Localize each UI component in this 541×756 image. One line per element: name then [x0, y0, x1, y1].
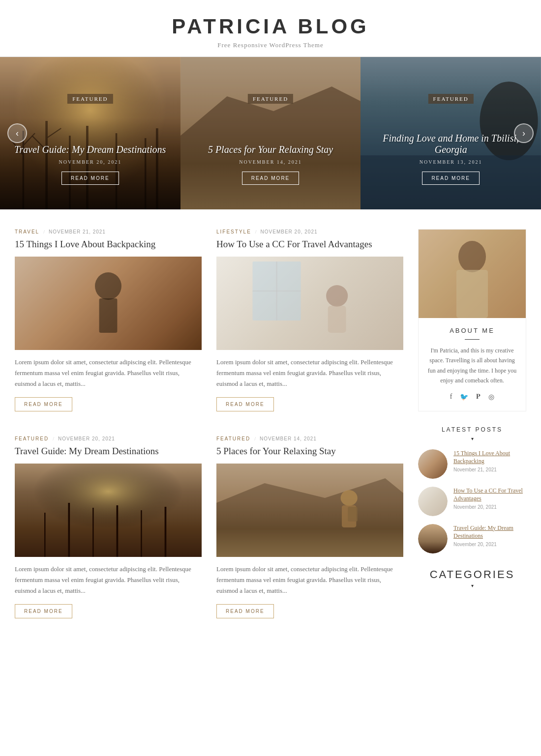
svg-rect-27 — [15, 464, 202, 557]
latest-post-thumb-2 — [418, 487, 448, 516]
latest-post-info-3: Travel Guide: My Dream Destinations Nove… — [453, 524, 526, 548]
post-3-date: NOVEMBER 20, 2021 — [58, 436, 115, 441]
post-3-image — [15, 464, 202, 557]
latest-post-title-2[interactable]: How To Use a CC For Travel Advantages — [453, 487, 526, 503]
about-text: I'm Patricia, and this is my creative sp… — [419, 346, 526, 386]
svg-rect-38 — [348, 507, 358, 522]
about-divider — [465, 339, 480, 340]
svg-point-40 — [458, 241, 486, 272]
categories-arrow: ▾ — [418, 583, 526, 588]
latest-post-title-1[interactable]: 15 Things I Love About Backpacking — [453, 449, 526, 466]
latest-post-date-1: November 21, 2021 — [453, 467, 526, 472]
site-tagline: Free Responsive WordPress Theme — [10, 41, 531, 49]
about-photo — [419, 230, 526, 318]
post-3-meta: FEATURED / NOVEMBER 20, 2021 — [15, 436, 202, 441]
post-1-date: NOVEMBER 21, 2021 — [49, 229, 106, 234]
slider-prev-button[interactable]: ‹ — [7, 123, 27, 143]
post-card-3: FEATURED / NOVEMBER 20, 2021 Travel Guid… — [15, 436, 202, 618]
svg-rect-14 — [180, 57, 361, 209]
pinterest-icon[interactable]: 𝐏 — [476, 393, 481, 401]
post-2-title: How To Use a CC For Travel Advantages — [216, 238, 403, 251]
site-title: PATRICIA BLOG — [10, 15, 531, 38]
svg-rect-20 — [99, 298, 118, 333]
posts-grid: TRAVEL / NOVEMBER 21, 2021 15 Things I L… — [15, 229, 403, 618]
svg-rect-25 — [328, 306, 346, 333]
latest-post-info-1: 15 Things I Love About Backpacking Novem… — [453, 449, 526, 473]
facebook-icon[interactable]: f — [450, 393, 452, 401]
post-4-title: 5 Places for Your Relaxing Stay — [216, 445, 403, 458]
slide-1-date: NOVEMBER 20, 2021 — [0, 159, 180, 165]
latest-post-item-2: How To Use a CC For Travel Advantages No… — [418, 487, 526, 516]
svg-rect-35 — [216, 464, 403, 557]
svg-point-19 — [95, 272, 121, 300]
latest-posts-title: LATEST POSTS — [418, 426, 526, 433]
slide-3-date: NOVEMBER 13, 2021 — [361, 159, 541, 165]
slide-2-badge: FEATURED — [248, 94, 293, 104]
slide-1-title: Travel Guide: My Dream Destinations — [0, 144, 180, 155]
post-2-date: NOVEMBER 20, 2021 — [261, 229, 318, 234]
post-3-title: Travel Guide: My Dream Destinations — [15, 445, 202, 458]
content-area: TRAVEL / NOVEMBER 21, 2021 15 Things I L… — [15, 229, 418, 618]
categories-title: CATEGORIES — [418, 568, 526, 581]
twitter-icon[interactable]: 🐦 — [460, 393, 468, 401]
post-4-read-more[interactable]: READ MORE — [216, 604, 274, 618]
post-1-excerpt: Lorem ipsum dolor sit amet, consectetur … — [15, 357, 202, 389]
featured-slide-1: FEATURED Travel Guide: My Dream Destinat… — [0, 57, 180, 209]
latest-post-info-2: How To Use a CC For Travel Advantages No… — [453, 487, 526, 510]
post-2-read-more[interactable]: READ MORE — [216, 397, 274, 411]
svg-point-24 — [326, 285, 348, 307]
post-2-excerpt: Lorem ipsum dolor sit amet, consectetur … — [216, 357, 403, 389]
post-4-category: FEATURED — [216, 436, 250, 441]
latest-post-date-2: November 20, 2021 — [453, 504, 526, 510]
slide-2-date: NOVEMBER 14, 2021 — [180, 159, 361, 165]
main-container: TRAVEL / NOVEMBER 21, 2021 15 Things I L… — [0, 209, 541, 618]
instagram-icon[interactable]: ◎ — [488, 393, 494, 401]
slide-1-badge: FEATURED — [67, 94, 113, 104]
latest-post-thumb-1 — [418, 449, 448, 479]
latest-post-title-3[interactable]: Travel Guide: My Dream Destinations — [453, 524, 526, 541]
post-3-category: FEATURED — [15, 436, 49, 441]
latest-post-thumb-3 — [418, 524, 448, 553]
post-2-category: LIFESTYLE — [216, 229, 251, 234]
post-4-date: NOVEMBER 14, 2021 — [260, 436, 317, 441]
sidebar-latest-posts: LATEST POSTS ▾ 15 Things I Love About Ba… — [418, 426, 526, 553]
post-card-2: LIFESTYLE / NOVEMBER 20, 2021 How To Use… — [216, 229, 403, 411]
post-1-read-more[interactable]: READ MORE — [15, 397, 72, 411]
latest-posts-arrow: ▾ — [418, 436, 526, 441]
about-social: f 🐦 𝐏 ◎ — [419, 393, 526, 401]
post-1-image — [15, 257, 202, 350]
svg-rect-41 — [456, 270, 488, 318]
post-1-title: 15 Things I Love About Backpacking — [15, 238, 202, 251]
slide-1-read-more[interactable]: READ MORE — [61, 172, 119, 185]
post-card-4: FEATURED / NOVEMBER 14, 2021 5 Places fo… — [216, 436, 403, 618]
slider-next-button[interactable]: › — [514, 123, 534, 143]
post-2-meta: LIFESTYLE / NOVEMBER 20, 2021 — [216, 229, 403, 234]
latest-post-item-3: Travel Guide: My Dream Destinations Nove… — [418, 524, 526, 553]
site-header: PATRICIA BLOG Free Responsive WordPress … — [0, 0, 541, 57]
slide-2-read-more[interactable]: READ MORE — [242, 172, 300, 185]
post-3-read-more[interactable]: READ MORE — [15, 604, 72, 618]
latest-post-item-1: 15 Things I Love About Backpacking Novem… — [418, 449, 526, 479]
post-card-1: TRAVEL / NOVEMBER 21, 2021 15 Things I L… — [15, 229, 202, 411]
post-1-category: TRAVEL — [15, 229, 39, 234]
post-3-excerpt: Lorem ipsum dolor sit amet, consectetur … — [15, 564, 202, 596]
post-4-image — [216, 464, 403, 557]
latest-post-date-3: November 20, 2021 — [453, 542, 526, 547]
about-title: ABOUT ME — [419, 327, 526, 334]
slide-3-read-more[interactable]: READ MORE — [422, 172, 480, 185]
post-4-meta: FEATURED / NOVEMBER 14, 2021 — [216, 436, 403, 441]
featured-slider: ‹ — [0, 57, 541, 209]
sidebar: ABOUT ME I'm Patricia, and this is my cr… — [418, 229, 526, 618]
slide-2-title: 5 Places for Your Relaxing Stay — [180, 144, 361, 155]
slide-3-badge: FEATURED — [428, 94, 474, 104]
post-2-image — [216, 257, 403, 350]
featured-slide-2: FEATURED 5 Places for Your Relaxing Stay… — [180, 57, 361, 209]
svg-point-36 — [341, 490, 358, 506]
sidebar-categories: CATEGORIES ▾ — [418, 568, 526, 588]
post-1-meta: TRAVEL / NOVEMBER 21, 2021 — [15, 229, 202, 234]
sidebar-about: ABOUT ME I'm Patricia, and this is my cr… — [418, 229, 526, 411]
post-4-excerpt: Lorem ipsum dolor sit amet, consectetur … — [216, 564, 403, 596]
